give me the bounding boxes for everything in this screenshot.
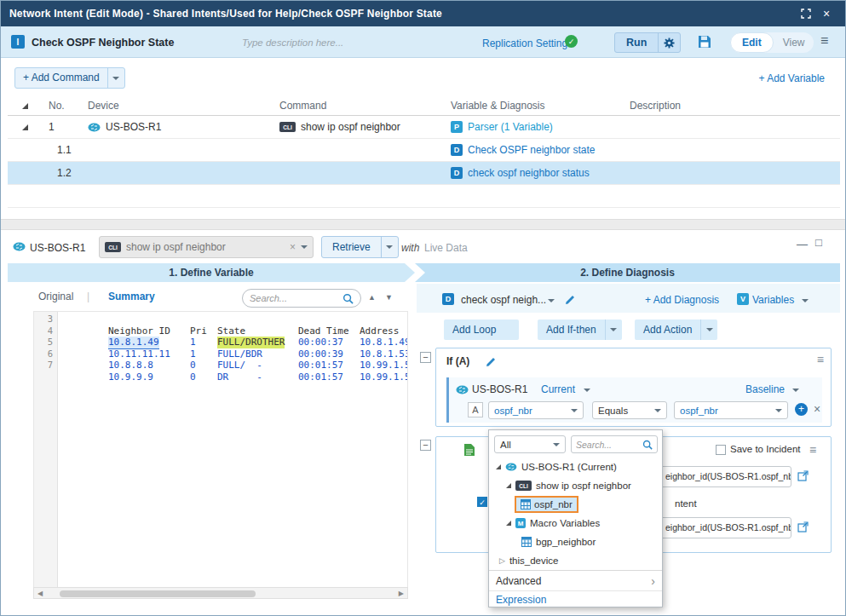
cli-icon: CLI: [515, 481, 532, 491]
tree-item-command[interactable]: CLI show ip ospf neighbor: [489, 476, 662, 495]
tree-expanded-icon[interactable]: [506, 483, 511, 488]
tree-expanded-icon[interactable]: [506, 521, 511, 526]
scroll-left-icon[interactable]: ◀: [37, 590, 43, 597]
clear-command-icon[interactable]: ×: [290, 241, 296, 253]
collapse-if-block-icon[interactable]: −: [420, 352, 431, 363]
menu-icon[interactable]: ≡: [820, 34, 828, 48]
column-variable-diagnosis: Variable & Diagnosis: [451, 100, 630, 112]
tree-collapsed-icon[interactable]: ▷: [499, 556, 505, 565]
parser-link[interactable]: Parser (1 Variable): [468, 121, 553, 133]
diagnosis-link[interactable]: check ospf neighbor status: [468, 167, 590, 179]
tree-item-ospf-nbr[interactable]: ospf_nbr: [489, 495, 662, 514]
scope-filter-dropdown[interactable]: All: [494, 435, 566, 453]
search-prev-icon[interactable]: ▲: [368, 293, 376, 302]
add-action-button[interactable]: Add Action: [635, 320, 717, 340]
view-mode-button[interactable]: View: [774, 37, 814, 49]
expression-menu-item[interactable]: Expression: [489, 590, 662, 607]
add-if-then-label: Add If-then: [538, 320, 605, 340]
tree-expanded-icon[interactable]: [496, 464, 501, 469]
save-to-incident-checkbox[interactable]: [716, 445, 726, 455]
replication-settings-link[interactable]: Replication Settings: [482, 37, 573, 49]
add-condition-icon[interactable]: +: [795, 403, 808, 416]
clipped-incident-text: ntent: [675, 498, 697, 509]
add-action-chevron-down-icon[interactable]: [700, 320, 717, 340]
collapse-then-block-icon[interactable]: −: [420, 440, 431, 451]
baseline-chevron-down-icon[interactable]: [792, 389, 799, 392]
line-number-gutter: 3 4 5 6 7: [34, 312, 58, 587]
description-input[interactable]: [242, 34, 421, 51]
diagnosis-chevron-down-icon[interactable]: [548, 299, 555, 302]
checked-option-checkbox[interactable]: ✓: [477, 497, 487, 507]
popup-search-input[interactable]: [576, 440, 642, 450]
open-external-icon[interactable]: [797, 521, 809, 533]
edit-diagnosis-pencil-icon[interactable]: [565, 295, 575, 305]
advanced-menu-item[interactable]: Advanced ›: [489, 570, 662, 590]
live-data-selector[interactable]: Live Data: [424, 242, 468, 254]
horizontal-scrollbar[interactable]: ◀ ▶: [33, 587, 408, 599]
row-expand-icon[interactable]: [22, 124, 28, 130]
edit-mode-button[interactable]: Edit: [730, 32, 774, 53]
tree-item-bgp-neighbor[interactable]: bgp_neighbor: [489, 533, 662, 551]
intent-name: Check OSPF Neighbor State: [32, 37, 174, 49]
tree-item-label: show ip ospf neighbor: [536, 481, 631, 491]
device-icon: [456, 385, 469, 394]
title-bar: Network Intent (Edit Mode) - Shared Inte…: [1, 1, 845, 26]
scope-filter-value: All: [500, 440, 511, 450]
diagnosis-link[interactable]: Check OSPF neighbor state: [468, 144, 595, 156]
command-select[interactable]: CLI show ip ospf neighbor ×: [99, 236, 314, 258]
popup-search[interactable]: [571, 435, 658, 453]
if-block-title: If (A): [446, 355, 469, 367]
selected-value[interactable]: 10.8.1.49: [108, 337, 159, 349]
remove-condition-icon[interactable]: ×: [814, 402, 820, 416]
table-row-diagnosis-1-2[interactable]: 1.2 D check ospf neighbor status: [8, 162, 840, 185]
variable-search-input[interactable]: [250, 293, 342, 303]
tree-item-device[interactable]: US-BOS-R1 (Current): [489, 458, 662, 476]
selected-variable-highlight[interactable]: ospf_nbr: [515, 496, 578, 513]
current-selector[interactable]: Current: [541, 383, 575, 395]
tree-item-label: Macro Variables: [530, 518, 600, 528]
add-loop-button[interactable]: Add Loop: [444, 320, 519, 340]
if-block-menu-icon[interactable]: ≡: [817, 354, 824, 366]
variable-search[interactable]: [242, 289, 361, 308]
tab-summary[interactable]: Summary: [108, 291, 155, 302]
add-command-chevron-down-icon[interactable]: [107, 68, 124, 88]
add-command-button[interactable]: + Add Command: [14, 67, 125, 89]
command-chevron-down-icon[interactable]: [301, 245, 308, 249]
column-command: Command: [279, 100, 451, 112]
tree-item-this-device[interactable]: ▷ this_device: [489, 551, 662, 570]
table-row-command-1[interactable]: 1 US-BOS-R1 CLI show ip ospf neighbor P …: [8, 116, 840, 139]
run-button[interactable]: Run: [615, 33, 658, 52]
add-if-then-button[interactable]: Add If-then: [538, 320, 622, 340]
edit-condition-pencil-icon[interactable]: [486, 357, 496, 367]
open-external-icon[interactable]: [797, 470, 809, 481]
pane-maximize-icon[interactable]: □: [815, 236, 822, 249]
close-icon[interactable]: ×: [816, 4, 837, 23]
highlighted-value[interactable]: FULL/DROTHER: [217, 337, 285, 348]
retrieve-button[interactable]: Retrieve: [322, 237, 381, 257]
tab-original[interactable]: Original: [38, 291, 73, 302]
add-if-then-chevron-down-icon[interactable]: [605, 320, 622, 340]
diagnosis-name-dropdown[interactable]: check ospf neigh...: [461, 294, 546, 306]
fullscreen-icon[interactable]: [796, 4, 816, 23]
add-variable-link[interactable]: + Add Variable: [758, 72, 825, 84]
table-row-diagnosis-1-1[interactable]: 1.1 D Check OSPF neighbor state: [8, 139, 840, 162]
output-block-menu-icon[interactable]: ≡: [809, 444, 816, 456]
expand-all-icon[interactable]: [22, 103, 28, 109]
tree-item-macro-variables[interactable]: M Macro Variables: [489, 514, 662, 533]
current-chevron-down-icon[interactable]: [584, 389, 590, 392]
run-settings-gear-icon[interactable]: [658, 33, 680, 52]
baseline-selector[interactable]: Baseline: [745, 383, 785, 395]
variables-dropdown[interactable]: Variables: [752, 294, 794, 306]
right-operand-dropdown[interactable]: ospf_nbr: [674, 401, 788, 419]
search-next-icon[interactable]: ▼: [385, 293, 393, 302]
retrieve-chevron-down-icon[interactable]: [381, 237, 398, 257]
scrollbar-thumb[interactable]: [60, 590, 256, 597]
variables-chevron-down-icon[interactable]: [802, 299, 809, 302]
command-select-value: show ip ospf neighbor: [126, 241, 285, 253]
add-diagnosis-link[interactable]: + Add Diagnosis: [645, 294, 719, 306]
scroll-right-icon[interactable]: ▶: [399, 590, 404, 597]
pane-minimize-icon[interactable]: —: [797, 238, 808, 250]
operator-dropdown[interactable]: Equals: [592, 401, 667, 419]
save-icon[interactable]: [698, 35, 711, 51]
left-operand-dropdown[interactable]: ospf_nbr: [488, 401, 584, 419]
